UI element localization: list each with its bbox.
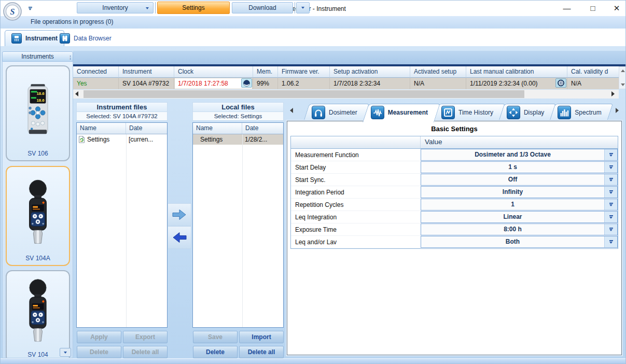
spectrum-bars-icon [558, 106, 571, 119]
inventory-dropdown-icon[interactable] [146, 7, 149, 9]
col-last-calibration[interactable]: Last manual calibration [466, 66, 567, 78]
save-button[interactable]: Save [193, 331, 238, 343]
calibration-button[interactable] [555, 78, 566, 88]
dropdown-arrow-icon[interactable] [604, 236, 617, 247]
tab-display[interactable]: Display [494, 104, 551, 121]
import-button[interactable]: Import [239, 331, 284, 343]
download-button[interactable]: Download [232, 2, 293, 13]
dropdown-arrow-icon[interactable] [604, 162, 617, 173]
delete-all-button[interactable]: Delete all [123, 346, 168, 358]
maximize-button[interactable]: □ [582, 3, 603, 14]
scroll-up-icon[interactable] [621, 69, 625, 72]
dropdown-arrow-icon[interactable] [604, 187, 617, 198]
setting-value: Off [421, 174, 604, 185]
file-name: Settings [193, 136, 242, 143]
setting-dropdown[interactable]: Linear [421, 211, 618, 223]
setting-row: Repetition Cycles 1 [291, 199, 618, 211]
tab-spectrum-label: Spectrum [575, 109, 601, 116]
instrument-card-sv104[interactable]: SV 104 [6, 270, 70, 358]
col-firmware[interactable]: Firmware ver. [278, 66, 330, 78]
local-files-title: Local files [192, 102, 284, 112]
setting-dropdown[interactable]: 8:00 h [421, 223, 618, 235]
copy-to-local-button[interactable] [168, 203, 191, 226]
device-label: SV 104 [27, 351, 48, 358]
instrument-card-sv104a[interactable]: SV 104A [6, 166, 70, 266]
dropdown-arrow-icon[interactable] [604, 174, 617, 185]
export-button[interactable]: Export [123, 331, 168, 343]
table-vertical-scrollbar[interactable] [619, 66, 626, 89]
tab-data-browser[interactable]: Data Browser [53, 30, 118, 46]
tab-spectrum[interactable]: Spectrum [545, 104, 608, 121]
cell-instrument: SV 104A #79732 [119, 78, 174, 89]
files-col-name[interactable]: Name [77, 123, 126, 134]
instrument-file-row[interactable]: Settings [curren... [77, 134, 167, 145]
window-bottom-edge [1, 358, 626, 364]
setting-dropdown[interactable]: Off [421, 174, 618, 186]
setting-label: Repetition Cycles [291, 199, 421, 211]
setting-dropdown[interactable]: 1 [421, 199, 618, 211]
dropdown-arrow-icon[interactable] [604, 212, 617, 222]
copy-to-instrument-button[interactable] [168, 226, 191, 249]
delete-button[interactable]: Delete [77, 346, 121, 358]
instrument-files-table: Name Date Settings [curren... [76, 122, 168, 328]
sidebar-scroll-down-button[interactable] [60, 348, 71, 357]
tab-data-browser-label: Data Browser [74, 35, 112, 42]
close-button[interactable]: ✕ [606, 3, 626, 14]
scroll-left-icon[interactable] [75, 91, 78, 96]
setting-value: 1 [421, 199, 604, 210]
local-file-row[interactable]: Settings 1/28/2... [193, 134, 283, 145]
apply-button[interactable]: Apply [77, 331, 121, 343]
col-instrument[interactable]: Instrument [119, 66, 174, 78]
setting-dropdown[interactable]: Infinity [421, 186, 618, 198]
clock-sync-button[interactable] [241, 78, 252, 88]
scrollbar-thumb[interactable] [84, 90, 524, 98]
inventory-button[interactable]: Inventory [77, 2, 154, 13]
cell-mem: 99% [253, 78, 278, 89]
setting-dropdown[interactable]: Both [421, 236, 618, 248]
quick-access-dropdown-icon[interactable] [27, 7, 33, 11]
download-dropdown-button[interactable] [296, 2, 310, 13]
minimize-button[interactable]: — [557, 3, 577, 14]
dropdown-arrow-icon[interactable] [604, 224, 617, 235]
col-cal-validity[interactable]: Cal. validity d [567, 66, 619, 78]
setting-dropdown[interactable]: 1 s [421, 161, 618, 173]
local-delete-all-button[interactable]: Delete all [239, 346, 284, 358]
dropdown-arrow-icon[interactable] [604, 149, 617, 160]
tabs-scroll-right-icon[interactable] [616, 108, 619, 113]
basic-settings-title: Basic Settings [287, 125, 621, 133]
dropdown-arrow-icon[interactable] [604, 199, 617, 210]
sv104-device-image [22, 277, 54, 351]
col-connected[interactable]: Connected [73, 66, 119, 78]
settings-button[interactable]: Settings [157, 2, 230, 14]
toolbar-divider [155, 2, 156, 13]
tab-time-history-label: Time History [458, 109, 493, 116]
col-activated-setup[interactable]: Activated setup [410, 66, 466, 78]
instrument-status-table: Connected Instrument Clock Mem. Firmware… [73, 66, 619, 89]
measurement-waveform-icon [371, 106, 384, 119]
tabs-scroll-left-icon[interactable] [290, 108, 293, 113]
setting-value: Linear [421, 212, 604, 222]
col-mem[interactable]: Mem. [253, 66, 278, 78]
files-col-date[interactable]: Date [126, 123, 167, 134]
tab-measurement[interactable]: Measurement [358, 104, 435, 121]
scroll-down-icon[interactable] [621, 83, 625, 86]
setting-row: Leq and/or Lav Both [291, 236, 618, 248]
col-setup-activation[interactable]: Setup activation [330, 66, 410, 78]
tab-time-history[interactable]: Time History [429, 104, 500, 121]
download-label: Download [248, 4, 276, 11]
setting-dropdown[interactable]: Dosimeter and 1/3 Octave [421, 149, 618, 161]
clock-value[interactable]: 1/7/2018 17:27:58 [175, 78, 252, 89]
table-horizontal-scrollbar[interactable] [73, 90, 619, 99]
scroll-right-icon[interactable] [611, 91, 615, 96]
instrument-card-sv106[interactable]: 18.6 18.6 SV 106 [6, 65, 70, 161]
settings-value-header: Value [421, 136, 618, 148]
instruments-panel-header[interactable]: Instruments ⁞ [2, 51, 73, 62]
col-clock[interactable]: Clock [174, 66, 253, 78]
files-col-name[interactable]: Name [193, 123, 242, 134]
local-delete-button[interactable]: Delete [193, 346, 238, 358]
setting-value: Infinity [421, 187, 604, 198]
tab-dosimeter[interactable]: Dosimeter [299, 104, 365, 121]
svg-text:18.6: 18.6 [37, 98, 45, 103]
file-date: 1/28/2... [242, 136, 283, 143]
files-col-date[interactable]: Date [242, 123, 283, 134]
